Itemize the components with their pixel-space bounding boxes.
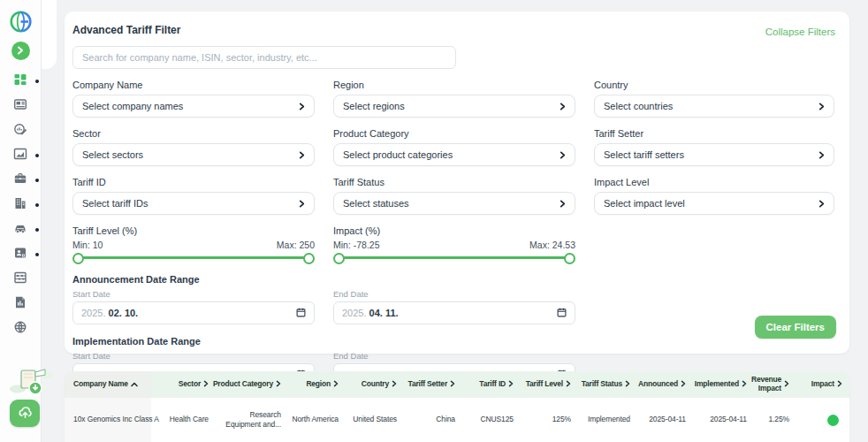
notification-dot bbox=[35, 154, 39, 157]
impact-level-select[interactable]: Select impact level bbox=[594, 192, 834, 215]
column-header-tariff-id[interactable]: Tariff ID bbox=[460, 371, 518, 398]
column-header-tariff-status[interactable]: Tariff Status bbox=[575, 371, 635, 398]
tariff-level-slider bbox=[72, 252, 315, 263]
filter-tariff-setter: Tariff Setter Select tariff setters bbox=[594, 128, 834, 166]
notification-dot bbox=[35, 80, 39, 83]
app-logo bbox=[9, 10, 33, 34]
sidebar-item-data-table[interactable] bbox=[0, 267, 41, 292]
filter-label: Region bbox=[333, 80, 575, 90]
chevron-right-icon bbox=[819, 147, 825, 163]
announcement-end-date-group: End Date 2025.04. 11. bbox=[333, 289, 575, 324]
announcement-date-grid: Start Date 2025.02. 10. End Date 2025.04… bbox=[72, 289, 841, 324]
filter-label: Impact Level bbox=[594, 177, 834, 187]
end-date-label: End Date bbox=[333, 351, 575, 361]
column-header-sector[interactable]: Sector bbox=[151, 371, 213, 398]
product-category-select[interactable]: Select product categories bbox=[333, 143, 575, 166]
chevron-right-icon bbox=[508, 380, 514, 389]
slider-handle-min[interactable] bbox=[72, 253, 84, 264]
cell-tariff-level: 125% bbox=[518, 398, 575, 442]
sidebar-item-reports[interactable] bbox=[0, 292, 41, 316]
announcement-end-date-input[interactable]: 2025.04. 11. bbox=[333, 301, 575, 324]
column-header-announced[interactable]: Announced bbox=[635, 371, 690, 398]
sidebar-item-vehicles[interactable] bbox=[0, 217, 41, 242]
notification-dot bbox=[35, 253, 39, 256]
filter-label: Tariff Setter bbox=[594, 128, 834, 139]
sidebar-item-contacts[interactable] bbox=[0, 242, 41, 267]
cell-announced: 2025-04-11 bbox=[635, 398, 690, 442]
impact-slider-group: Impact (%) Min: -78.25Max: 24.53 bbox=[333, 225, 575, 263]
filter-label: Tariff Status bbox=[333, 177, 575, 187]
chevron-right-icon bbox=[203, 380, 209, 389]
chevron-right-icon bbox=[819, 195, 825, 211]
table-row[interactable]: 10x Genomics Inc Class A Health Care Res… bbox=[65, 398, 849, 442]
announcement-start-date-input[interactable]: 2025.02. 10. bbox=[72, 301, 315, 324]
sidebar-item-analytics[interactable] bbox=[0, 118, 41, 143]
clear-filters-button[interactable]: Clear Filters bbox=[755, 316, 836, 339]
tariff-id-select[interactable]: Select tariff IDs bbox=[72, 192, 315, 215]
chevron-right-icon bbox=[17, 44, 24, 57]
country-select[interactable]: Select countries bbox=[594, 95, 834, 118]
notification-dot bbox=[35, 179, 39, 182]
sidebar-item-performance-chart[interactable] bbox=[0, 143, 41, 168]
column-header-company-name[interactable]: Company Name bbox=[65, 371, 151, 398]
calendar-icon[interactable] bbox=[296, 305, 306, 321]
car-icon bbox=[13, 221, 27, 239]
sidebar-expand-button[interactable] bbox=[11, 42, 30, 60]
collapse-filters-link[interactable]: Collapse Filters bbox=[765, 27, 835, 37]
column-header-implemented[interactable]: Implemented bbox=[690, 371, 751, 398]
tariff-status-select[interactable]: Select statuses bbox=[333, 192, 575, 215]
column-header-revenue-impact[interactable]: Revenue Impact bbox=[751, 371, 794, 398]
slider-track bbox=[337, 256, 572, 259]
slider-handle-min[interactable] bbox=[333, 253, 345, 264]
chevron-right-icon bbox=[560, 195, 566, 211]
column-header-product-category[interactable]: Product Category bbox=[213, 371, 286, 398]
newspaper-icon bbox=[13, 97, 27, 115]
tariff-setter-select[interactable]: Select tariff setters bbox=[594, 143, 834, 166]
chevron-right-icon bbox=[392, 380, 397, 389]
search-input[interactable] bbox=[72, 46, 456, 69]
column-header-tariff-setter[interactable]: Tariff Setter bbox=[401, 371, 460, 398]
cloud-upload-icon bbox=[18, 406, 33, 422]
slider-label: Impact (%) bbox=[333, 225, 575, 236]
cell-sector: Health Care bbox=[151, 398, 213, 442]
region-select[interactable]: Select regions bbox=[333, 95, 575, 118]
column-header-tariff-level[interactable]: Tariff Level bbox=[518, 371, 575, 398]
slider-handle-max[interactable] bbox=[303, 253, 315, 264]
upload-button[interactable] bbox=[10, 400, 40, 427]
chevron-right-icon bbox=[784, 380, 789, 389]
column-header-region[interactable]: Region bbox=[286, 371, 343, 398]
cell-product-category: Research Equipment and... bbox=[213, 398, 286, 442]
slider-track bbox=[76, 256, 311, 259]
column-header-country[interactable]: Country bbox=[343, 371, 401, 398]
delivery-truck-illustration bbox=[8, 365, 56, 402]
sector-select[interactable]: Select sectors bbox=[72, 143, 315, 166]
globe-icon bbox=[13, 320, 27, 338]
building-icon bbox=[13, 196, 27, 214]
sidebar-item-portfolio[interactable] bbox=[0, 168, 41, 193]
calendar-icon[interactable] bbox=[557, 305, 567, 321]
slider-min-label: Min: -78.25 bbox=[333, 240, 380, 250]
filter-company-name: Company Name Select company names bbox=[72, 80, 315, 118]
filter-region: Region Select regions bbox=[333, 80, 575, 118]
report-document-icon bbox=[13, 295, 27, 313]
cell-tariff-status: Implemented bbox=[575, 398, 635, 442]
column-header-impact[interactable]: Impact bbox=[794, 371, 847, 398]
company-name-select[interactable]: Select company names bbox=[72, 95, 315, 118]
impact-slider bbox=[333, 252, 575, 263]
sidebar-item-dashboard[interactable] bbox=[0, 69, 41, 94]
sidebar-item-global[interactable] bbox=[0, 316, 41, 341]
tariff-level-slider-group: Tariff Level (%) Min: 10Max: 250 bbox=[72, 225, 315, 263]
tariff-results-table: Company Name Sector Product Category Reg… bbox=[65, 371, 849, 442]
slider-min-label: Min: 10 bbox=[72, 240, 103, 250]
impact-status-dot bbox=[827, 415, 839, 426]
filter-grid: Company Name Select company names Region… bbox=[72, 80, 841, 215]
start-date-label: Start Date bbox=[72, 351, 315, 361]
slider-handle-max[interactable] bbox=[564, 253, 575, 264]
panel-title: Advanced Tariff Filter bbox=[72, 24, 841, 36]
filter-label: Tariff ID bbox=[72, 177, 315, 187]
sidebar-item-companies[interactable] bbox=[0, 193, 41, 217]
sort-ascending-icon bbox=[131, 380, 138, 389]
sidebar-item-news[interactable] bbox=[0, 94, 41, 118]
chevron-right-icon bbox=[276, 380, 281, 389]
cell-tariff-id: CNUS125 bbox=[460, 398, 518, 442]
